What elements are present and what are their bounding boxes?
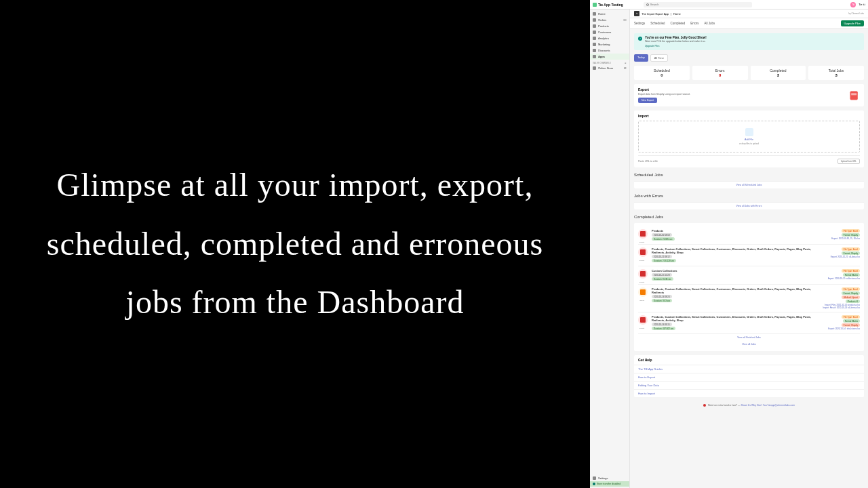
tabs: Settings Scheduled Completed Errors All …	[630, 18, 868, 29]
nav-analytics[interactable]: Analytics	[590, 35, 629, 41]
nav-apps[interactable]: Apps	[590, 54, 629, 60]
filter-all-time[interactable]: All Time	[650, 54, 668, 62]
dropzone[interactable]: Add File or drop files to upload	[638, 121, 860, 152]
tab-completed[interactable]: Completed	[671, 22, 686, 25]
add-channel-icon[interactable]: ⊕	[625, 62, 627, 64]
footer-email-link[interactable]: tieapp@clementlabs.com	[768, 404, 795, 407]
new-export-button[interactable]: New Export	[638, 98, 657, 103]
dropzone-hint: or drop files to upload	[646, 142, 852, 145]
add-file-link[interactable]: Add File	[646, 138, 852, 141]
transfer-banner[interactable]: Store transfer disabled	[590, 481, 629, 487]
upload-icon	[745, 128, 753, 136]
user-label: Tie t.t	[859, 3, 865, 6]
job-row[interactable]: Export Products 2020-10-30 18:58 Duratio…	[638, 226, 860, 245]
svg-rect-1	[851, 93, 856, 94]
export-title: Export	[638, 87, 860, 92]
nav-products[interactable]: Products	[590, 23, 629, 29]
view-all-link[interactable]: View all Jobs	[638, 341, 860, 348]
brand[interactable]: Tie App Testing	[593, 3, 623, 7]
nav-orders[interactable]: Orders	[590, 17, 629, 23]
alert-check-icon: ✓	[638, 37, 642, 41]
nav-customers[interactable]: Customers	[590, 29, 629, 35]
view-errors-link[interactable]: View all Jobs with Errors	[634, 202, 864, 209]
tab-scheduled[interactable]: Scheduled	[650, 22, 665, 25]
job-row[interactable]: Export Custom Collections 2020-10-15 12:…	[638, 266, 860, 285]
completed-card: Export Products 2020-10-30 18:58 Duratio…	[634, 223, 864, 351]
crumb-author: by Clement Labs	[848, 12, 864, 15]
crumb-app[interactable]: The Import Export App	[642, 12, 669, 16]
url-input[interactable]	[638, 160, 835, 163]
filter-today[interactable]: Today	[634, 54, 648, 62]
nav-discounts[interactable]: Discounts	[590, 47, 629, 54]
hero-text: Glimpse at all your import, export, sche…	[27, 156, 563, 331]
nav-marketing[interactable]: Marketing	[590, 41, 629, 47]
import-icon	[638, 287, 648, 297]
job-row[interactable]: Import Products, Custom Collections, Sma…	[638, 285, 860, 312]
upgrade-button[interactable]: Upgrade Plan	[841, 20, 864, 26]
svg-rect-2	[851, 94, 856, 95]
footer-note: Need an extra hand or two? — Shoot Us Wh…	[634, 401, 864, 409]
channels-label: Sales Channels⊕	[590, 60, 629, 65]
job-duration-badge: Duration: 447.602 sec	[652, 327, 675, 330]
help-item-import[interactable]: How to Import	[634, 390, 864, 397]
marketing-icon	[593, 43, 596, 46]
tab-settings[interactable]: Settings	[634, 22, 645, 25]
job-title: Products, Custom Collections, Smart Coll…	[652, 287, 820, 294]
tab-errors[interactable]: Errors	[690, 22, 698, 25]
avatar[interactable]: TA	[850, 2, 856, 7]
transfer-dot-icon	[593, 483, 595, 485]
eye-icon[interactable]: 👁	[624, 66, 627, 70]
job-date-badge: 2020-10-15 12:28	[652, 273, 672, 277]
stat-completed[interactable]: Completed3	[751, 66, 806, 80]
help-card: Get Help The TIE App Guides How to Expor…	[634, 355, 864, 397]
export-icon	[638, 315, 648, 325]
stat-scheduled[interactable]: Scheduled0	[634, 66, 690, 80]
search-box[interactable]	[644, 2, 752, 7]
help-title: Get Help	[634, 355, 864, 365]
scheduled-card: View all Scheduled Jobs	[634, 181, 864, 188]
app-window: Tie App Testing TA Tie t.t Home Orders P…	[590, 0, 868, 488]
job-date-badge: 2020-10-14 06:15	[652, 323, 672, 326]
stats-row: Scheduled0 Errors0 Completed3 Total Jobs…	[634, 66, 864, 80]
gear-icon	[593, 476, 596, 480]
main: ⇅ The Import Export App | Home by Clemen…	[630, 9, 868, 488]
help-item-guides[interactable]: The TIE App Guides	[634, 365, 864, 373]
nav-home[interactable]: Home	[590, 11, 629, 17]
job-type-label: Export	[639, 241, 644, 243]
job-row[interactable]: Export Products, Custom Collections, Sma…	[638, 312, 860, 333]
job-meta: File Type: ExcelFormat: MatrixFormat: Sh…	[826, 315, 860, 331]
topbar: Tie App Testing TA Tie t.t	[590, 0, 868, 9]
help-item-export[interactable]: How to Export	[634, 373, 864, 382]
upload-url-button[interactable]: Upload from URL	[837, 159, 860, 164]
alert-upgrade-link[interactable]: Upgrade Plan	[645, 45, 659, 47]
stat-errors[interactable]: Errors0	[692, 66, 748, 80]
sidebar: Home Orders Products Customers Analytics…	[590, 9, 630, 488]
tab-all-jobs[interactable]: All Jobs	[705, 22, 715, 25]
job-duration-badge: Duration: 22.005 sec	[652, 237, 675, 241]
help-item-editing[interactable]: Editing Your Data	[634, 382, 864, 390]
view-scheduled-link[interactable]: View all Scheduled Jobs	[634, 181, 864, 188]
job-meta: File Type: ExcelFormat: ShopifyExport: 2…	[826, 247, 860, 263]
job-type-label: Export	[639, 281, 644, 283]
alert-text: Want more? Hit the upgrade button below …	[645, 40, 860, 43]
plan-alert: ✓ You're on our Free Plan. Jolly Good Sh…	[634, 33, 864, 50]
job-type-label: Export	[639, 260, 644, 262]
footer-shoot-link[interactable]: Shoot Us Why Don't You!	[741, 404, 768, 407]
export-illustration-icon	[849, 90, 860, 101]
nav-settings[interactable]: Settings	[590, 475, 629, 481]
view-completed-link[interactable]: View all Finished Jobs	[638, 333, 860, 341]
job-meta: File Type: ExcelFormat: ShopifyExport: 2…	[826, 229, 860, 241]
orders-icon	[593, 18, 596, 22]
nav-online-store[interactable]: Online Store👁	[590, 65, 629, 71]
breadcrumb: ⇅ The Import Export App | Home by Clemen…	[630, 9, 868, 18]
stat-total[interactable]: Total Jobs3	[808, 66, 864, 80]
job-duration-badge: Duration: 8.236 sec	[652, 277, 673, 281]
job-type-label: Export	[639, 327, 644, 329]
alert-title: You're on our Free Plan. Jolly Good Show…	[645, 36, 860, 39]
job-date-badge: 2020-10-21 08:12	[652, 255, 672, 258]
job-row[interactable]: Export Products, Custom Collections, Sma…	[638, 245, 860, 266]
search-input[interactable]	[650, 3, 749, 6]
errors-section-title: Jobs with Errors	[634, 194, 864, 198]
job-date-badge: 2020-10-14 08:24	[652, 295, 672, 298]
export-sub: Export data from Shopify using our expor…	[638, 93, 860, 96]
